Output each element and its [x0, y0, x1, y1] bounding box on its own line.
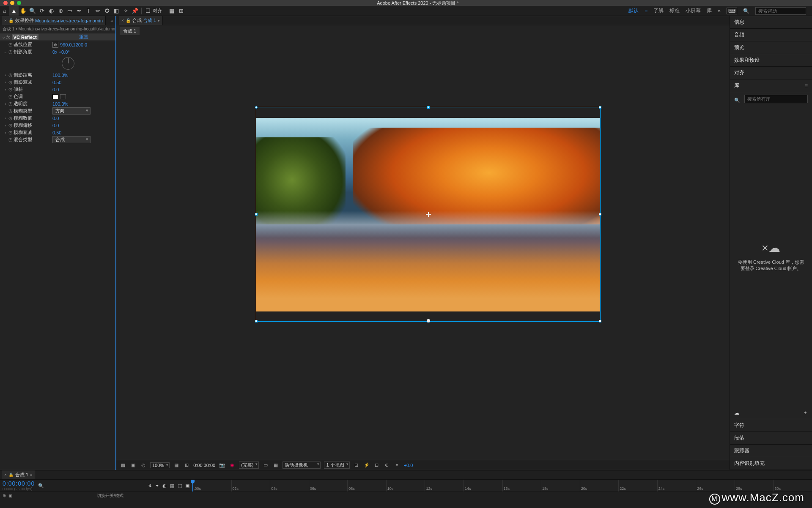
- panel-character[interactable]: 字符: [730, 419, 812, 432]
- alpha-icon[interactable]: ▩: [120, 462, 126, 468]
- traffic-max[interactable]: [17, 1, 21, 5]
- home-icon[interactable]: ⌂: [0, 6, 9, 16]
- stopwatch-icon[interactable]: ◷: [8, 130, 14, 135]
- expand-icon[interactable]: ›: [3, 80, 8, 85]
- render-icon[interactable]: ▣: [185, 483, 189, 489]
- frame-blend-icon[interactable]: ✦: [155, 483, 159, 489]
- effect-header[interactable]: ⌄ fx VC Reflect 重置: [0, 33, 115, 41]
- timeline-tab[interactable]: × 🔒 合成 1 ≡: [2, 470, 35, 479]
- handle-tr[interactable]: [599, 106, 601, 109]
- camera-dropdown[interactable]: 活动摄像机: [283, 462, 321, 469]
- expand-icon[interactable]: ›: [3, 116, 8, 120]
- motion-blur-icon[interactable]: ◐: [162, 483, 167, 489]
- layer-bounding-box[interactable]: [256, 107, 601, 322]
- value-blur-offset[interactable]: 0.0: [52, 123, 59, 128]
- add-icon[interactable]: ＋: [803, 409, 808, 416]
- stopwatch-icon[interactable]: ◷: [8, 108, 14, 114]
- target-icon[interactable]: ⊕: [52, 42, 58, 48]
- pixel-aspect-icon[interactable]: ⊡: [353, 462, 360, 468]
- value-refl-falloff[interactable]: 0.50: [52, 80, 61, 85]
- brush-tool-icon[interactable]: ✏: [93, 6, 102, 16]
- panel-preview[interactable]: 预览: [730, 41, 812, 54]
- zoom-dropdown[interactable]: 100%: [150, 462, 170, 468]
- stopwatch-icon[interactable]: ◷: [8, 49, 14, 55]
- stopwatch-icon[interactable]: ◷: [8, 94, 14, 99]
- workspace-standard[interactable]: 标准: [669, 7, 680, 14]
- timeline-icon[interactable]: ⊟: [373, 462, 380, 468]
- keyboard-icon[interactable]: ⌨: [727, 8, 737, 14]
- workspace-more-icon[interactable]: »: [718, 8, 721, 14]
- roto-tool-icon[interactable]: ◐: [47, 6, 56, 16]
- timeline-zoom-icon[interactable]: ▣: [8, 493, 12, 498]
- timeline-search-icon[interactable]: 🔍: [38, 483, 44, 489]
- stopwatch-icon[interactable]: ◷: [8, 101, 14, 107]
- expand-icon[interactable]: ›: [3, 102, 8, 106]
- shape-tool-icon[interactable]: ▭: [65, 6, 74, 16]
- value-skew[interactable]: 0.0: [52, 87, 59, 92]
- ws-menu-icon[interactable]: ≡: [645, 8, 647, 14]
- dropdown-blend-type[interactable]: 合成: [52, 136, 91, 143]
- handle-rm[interactable]: [599, 213, 601, 216]
- dropdown-blur-type[interactable]: 方向: [52, 107, 91, 115]
- workspace-lib[interactable]: 库: [707, 7, 712, 14]
- snapshot-icon[interactable]: 📷: [219, 462, 225, 468]
- expand-icon[interactable]: ›: [3, 87, 8, 92]
- zoom-tool-icon[interactable]: 🔍: [28, 6, 37, 16]
- views-dropdown[interactable]: 1 个视图: [324, 462, 349, 469]
- stopwatch-icon[interactable]: ◷: [8, 72, 14, 78]
- collapse-icon[interactable]: ⌄: [3, 50, 8, 54]
- eyedropper-icon[interactable]: [60, 94, 66, 99]
- color-mgmt-icon[interactable]: ◉: [229, 462, 236, 468]
- workspace-learn[interactable]: 了解: [653, 7, 664, 14]
- workspace-default[interactable]: 默认: [628, 7, 639, 14]
- draft3d-icon[interactable]: ⬚: [178, 483, 182, 489]
- resolution-dropdown[interactable]: (完整): [239, 462, 259, 469]
- cloud-sync-icon[interactable]: ☁: [734, 410, 739, 416]
- value-refl-dist[interactable]: 100.0%: [52, 73, 68, 78]
- library-search-input[interactable]: [744, 95, 808, 103]
- exposure-value[interactable]: +0.0: [404, 463, 413, 468]
- traffic-min[interactable]: [10, 1, 14, 5]
- effect-controls-tab[interactable]: × 🔒 效果控件 Mountains-river-trees-fog-morni…: [2, 16, 106, 25]
- lock-icon[interactable]: 🔒: [8, 472, 14, 477]
- puppet-tool-icon[interactable]: ✧: [121, 6, 130, 16]
- panel-info[interactable]: 信息: [730, 16, 812, 29]
- panel-libraries-header[interactable]: 库≡: [730, 79, 812, 92]
- anchor-point-icon[interactable]: [426, 212, 431, 217]
- stopwatch-icon[interactable]: ◷: [8, 42, 14, 47]
- reflect-floor-handle[interactable]: [427, 319, 430, 322]
- roi-icon[interactable]: ▭: [262, 462, 269, 468]
- mesh-icon[interactable]: ⊞: [176, 6, 186, 16]
- reset-button[interactable]: 重置: [79, 34, 114, 40]
- flowchart-icon[interactable]: ⊕: [384, 462, 390, 468]
- playhead[interactable]: [192, 480, 193, 492]
- close-icon[interactable]: ×: [4, 472, 7, 477]
- fast-preview-icon[interactable]: ⚡: [363, 462, 370, 468]
- text-tool-icon[interactable]: T: [84, 6, 93, 16]
- grid-icon[interactable]: ▦: [173, 462, 180, 468]
- current-timecode[interactable]: 0:00:00:00: [3, 480, 35, 487]
- stopwatch-icon[interactable]: ◷: [8, 87, 14, 92]
- composition-tab[interactable]: × 🔒 合成 合成 1 ▾: [119, 16, 163, 25]
- clone-tool-icon[interactable]: ✪: [102, 6, 112, 16]
- expand-icon[interactable]: ›: [3, 131, 8, 135]
- channel-icon[interactable]: ▣: [130, 462, 137, 468]
- stopwatch-icon[interactable]: ◷: [8, 123, 14, 128]
- viewer-canvas[interactable]: [116, 35, 730, 460]
- help-search-input[interactable]: [755, 7, 806, 15]
- value-blur-amount[interactable]: 0.0: [52, 116, 59, 121]
- pin-tool-icon[interactable]: 📌: [130, 6, 140, 16]
- value-refl-angle[interactable]: 0x +0.0°: [52, 49, 70, 55]
- handle-tm[interactable]: [427, 106, 430, 109]
- anchor-tool-icon[interactable]: ⊕: [56, 6, 65, 16]
- handle-lm[interactable]: [255, 213, 258, 216]
- value-opacity[interactable]: 100.0%: [52, 101, 68, 107]
- chevron-down-icon[interactable]: ≡: [30, 473, 32, 477]
- pen-tool-icon[interactable]: ✒: [74, 6, 84, 16]
- current-time[interactable]: 0:00:00:00: [193, 463, 215, 468]
- collapse-icon[interactable]: ⌄: [2, 34, 5, 40]
- orbit-tool-icon[interactable]: ⟳: [37, 6, 47, 16]
- fx-badge-icon[interactable]: fx: [6, 35, 10, 40]
- handle-tl[interactable]: [255, 106, 258, 109]
- stopwatch-icon[interactable]: ◷: [8, 79, 14, 85]
